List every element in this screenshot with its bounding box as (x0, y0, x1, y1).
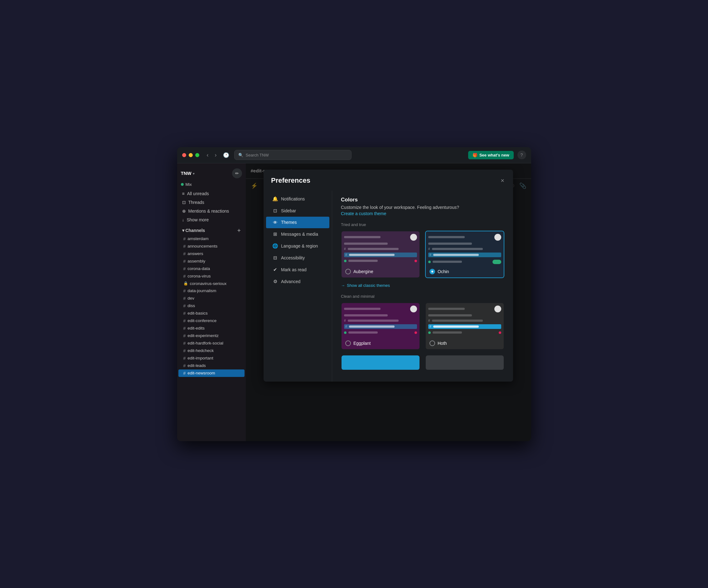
hash-icon: # (183, 356, 186, 361)
hash-icon: # (183, 266, 186, 271)
sidebar: TNW ▾ ✏ Mix ≡ All unreads ⊡ Threads ⊕ Me… (177, 163, 246, 441)
channel-edit-important[interactable]: # edit-important (178, 354, 244, 362)
avatar-circle (494, 234, 501, 241)
theme-radio-ochin[interactable] (430, 269, 435, 274)
pref-item-accessibility[interactable]: ⊟ Accessibility (266, 252, 329, 264)
forward-button[interactable]: › (214, 151, 218, 159)
channel-coronavirus-serioux[interactable]: 🔒 coronavirus-serioux (178, 280, 244, 287)
threads-icon: ⊡ (182, 200, 186, 205)
hash-icon: # (183, 244, 186, 249)
theme-preview-aubergine: # # (342, 231, 419, 266)
hash-icon: # (183, 251, 186, 256)
gift-icon: 🎁 (473, 153, 477, 157)
hash-icon: # (183, 363, 186, 368)
channel-answers[interactable]: # answers (178, 250, 244, 257)
status-dot-red (414, 332, 417, 334)
back-button[interactable]: ‹ (206, 151, 210, 159)
search-bar[interactable]: 🔍 Search TNW (234, 150, 352, 160)
hash-icon: # (183, 274, 186, 279)
pref-item-language[interactable]: 🌐 Language & region (266, 240, 329, 252)
sidebar-item-mentions[interactable]: ⊕ Mentions & reactions (177, 207, 246, 215)
modal-title: Preferences (271, 177, 310, 185)
theme-card-more-1[interactable] (341, 355, 420, 370)
hash-icon: # (183, 259, 186, 264)
channel-edit-newsroom[interactable]: # edit-newsroom (178, 369, 244, 377)
status-dot-green (344, 260, 347, 262)
channel-announcements[interactable]: # announcements (178, 243, 244, 250)
see-whats-new-button[interactable]: 🎁 See what's new (468, 151, 514, 159)
theme-radio-aubergine[interactable] (345, 269, 351, 274)
channels-section-header[interactable]: ▾ Channels + (177, 224, 246, 235)
hash-icon: # (183, 236, 186, 241)
main-area: TNW ▾ ✏ Mix ≡ All unreads ⊡ Threads ⊕ Me… (177, 163, 531, 441)
maximize-traffic-light[interactable] (195, 153, 199, 157)
theme-preview-ochin: # # (426, 231, 504, 266)
title-bar: ‹ › 🕐 🔍 Search TNW 🎁 See what's new ? (177, 147, 531, 163)
sidebar-item-threads[interactable]: ⊡ Threads (177, 198, 246, 207)
theme-card-eggplant[interactable]: # # (341, 302, 420, 350)
themes-icon: 👁 (272, 220, 278, 225)
pref-item-mark-as-read[interactable]: ✔ Mark as read (266, 264, 329, 276)
theme-footer-hoth: Hoth (426, 337, 504, 349)
preferences-modal: Preferences × 🔔 Notifications ⊡ (264, 169, 513, 381)
channel-edit-hardfork-social[interactable]: # edit-hardfork-social (178, 340, 244, 347)
close-traffic-light[interactable] (182, 153, 186, 157)
channel-edit-hedcheck[interactable]: # edit-hedcheck (178, 347, 244, 354)
theme-radio-eggplant[interactable] (345, 340, 351, 346)
compose-button[interactable]: ✏ (232, 168, 242, 178)
theme-card-ochin[interactable]: # # (425, 231, 504, 278)
channel-dev[interactable]: # dev (178, 295, 244, 302)
channel-diss[interactable]: # diss (178, 302, 244, 310)
pref-item-messages[interactable]: ⊞ Messages & media (266, 228, 329, 240)
channel-edit-edits[interactable]: # edit-edits (178, 324, 244, 332)
sidebar-pref-icon: ⊡ (272, 208, 278, 214)
tried-and-true-grid: # # (341, 231, 504, 278)
channel-amsterdam[interactable]: # amsterdam (178, 235, 244, 243)
toggle-on (493, 260, 501, 264)
sidebar-item-all-unreads[interactable]: ≡ All unreads (177, 189, 246, 198)
channel-edit-experimentz[interactable]: # edit-experimentz (178, 332, 244, 340)
hash-icon: # (183, 326, 186, 331)
clean-minimal-label: Clean and minimal (341, 294, 504, 299)
pref-item-themes[interactable]: 👁 Themes (266, 217, 329, 228)
channel-assembly[interactable]: # assembly (178, 257, 244, 265)
avatar-circle (410, 234, 417, 241)
pref-item-advanced[interactable]: ⚙ Advanced (266, 276, 329, 287)
workspace-name[interactable]: TNW ▾ (181, 171, 195, 176)
channel-data-journalism[interactable]: # data-journalism (178, 287, 244, 295)
search-icon: 🔍 (238, 153, 243, 157)
minimize-traffic-light[interactable] (189, 153, 193, 157)
modal-body: 🔔 Notifications ⊡ Sidebar 👁 Themes (264, 190, 513, 381)
modal-close-button[interactable]: × (499, 176, 506, 186)
channel-edit-leads[interactable]: # edit-leads (178, 362, 244, 369)
status-dot-red (414, 260, 417, 262)
channel-edit-basics[interactable]: # edit-basics (178, 310, 244, 317)
traffic-lights (182, 153, 199, 157)
hash-icon: # (183, 333, 186, 338)
theme-card-hoth[interactable]: # # (425, 302, 504, 350)
preferences-sidebar: 🔔 Notifications ⊡ Sidebar 👁 Themes (264, 190, 332, 381)
help-button[interactable]: ? (518, 151, 526, 159)
hash-icon: # (183, 341, 186, 346)
channel-corona-data[interactable]: # corona-data (178, 265, 244, 273)
hash-icon: # (183, 371, 186, 376)
pref-item-notifications[interactable]: 🔔 Notifications (266, 193, 329, 205)
status-dot-green (428, 260, 431, 263)
channel-edit-conference[interactable]: # edit-conference (178, 317, 244, 324)
show-classic-themes-button[interactable]: → Show all classic themes (341, 283, 390, 288)
mentions-icon: ⊕ (182, 209, 186, 214)
theme-name-ochin: Ochin (438, 269, 449, 274)
mark-read-icon: ✔ (272, 267, 278, 273)
history-button[interactable]: 🕐 (222, 151, 231, 159)
add-channel-icon[interactable]: + (237, 227, 241, 234)
app-window: ‹ › 🕐 🔍 Search TNW 🎁 See what's new ? TN… (177, 147, 531, 441)
theme-card-aubergine[interactable]: # # (341, 231, 420, 278)
theme-radio-hoth[interactable] (430, 340, 435, 346)
sidebar-item-show-more[interactable]: ↓ Show more (177, 215, 246, 224)
create-custom-theme-link[interactable]: Create a custom theme (341, 211, 504, 216)
pref-item-sidebar[interactable]: ⊡ Sidebar (266, 205, 329, 217)
theme-card-more-2[interactable] (425, 355, 504, 370)
channel-corona-virus[interactable]: # corona-virus (178, 273, 244, 280)
show-more-icon: ↓ (182, 217, 184, 222)
hash-icon: # (183, 311, 186, 316)
